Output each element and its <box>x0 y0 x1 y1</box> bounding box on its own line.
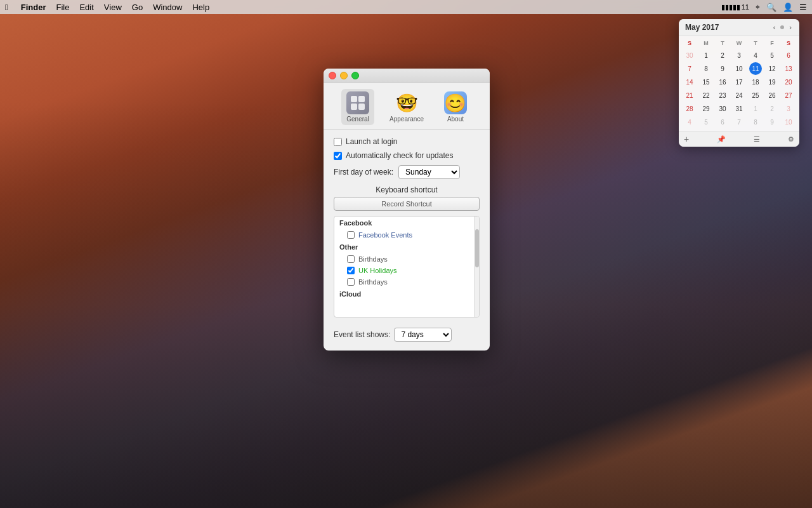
uk-holidays-checkbox[interactable] <box>347 267 355 274</box>
calendar-day-10[interactable]: 10 <box>733 62 745 75</box>
calendar-day-19[interactable]: 19 <box>766 76 778 88</box>
calendar-day-3[interactable]: 3 <box>733 49 745 62</box>
auto-check-updates-checkbox[interactable] <box>334 152 342 160</box>
window-maximize-button[interactable] <box>351 72 359 79</box>
birthdays-1-checkbox[interactable] <box>347 255 355 263</box>
calendar-today-dot[interactable] <box>780 25 784 29</box>
tab-general[interactable]: General <box>341 89 374 125</box>
calendar-day-14[interactable]: 14 <box>683 76 696 88</box>
calendar-day-10[interactable]: 10 <box>782 116 795 128</box>
tab-about-label: About <box>447 116 464 123</box>
svg-rect-2 <box>351 104 357 110</box>
calendar-day-9[interactable]: 9 <box>716 62 729 75</box>
calendar-day-8[interactable]: 8 <box>700 62 712 75</box>
calendar-day-31[interactable]: 31 <box>733 102 745 115</box>
keyboard-shortcut-section: Keyboard shortcut Record Shortcut <box>334 185 480 211</box>
menubar-file[interactable]: File <box>56 3 69 12</box>
calendar-day-22[interactable]: 22 <box>700 89 712 102</box>
calendar-day-9[interactable]: 9 <box>766 116 778 128</box>
first-day-label: First day of week: <box>334 168 393 177</box>
calendar-day-2[interactable]: 2 <box>716 49 729 62</box>
calendar-day-2[interactable]: 2 <box>766 102 778 115</box>
calendar-day-27[interactable]: 27 <box>782 89 795 102</box>
calendar-day-6[interactable]: 6 <box>716 116 729 128</box>
calendar-day-4[interactable]: 4 <box>749 49 762 62</box>
calendar-day-6[interactable]: 6 <box>782 49 795 62</box>
calendar-list-button[interactable]: ☰ <box>754 135 760 144</box>
calendar-day-headers: S M T W T F S <box>681 39 797 48</box>
calendar-day-18[interactable]: 18 <box>749 76 762 88</box>
calendar-day-1[interactable]: 1 <box>700 49 712 62</box>
calendar-list[interactable]: Facebook Facebook Events Other Birthdays… <box>334 216 480 318</box>
calendar-day-8[interactable]: 8 <box>749 116 762 128</box>
icloud-group-header: iCloud <box>334 288 479 300</box>
menubar-view[interactable]: View <box>104 3 122 12</box>
birthdays-2-checkbox[interactable] <box>347 278 355 286</box>
menubar-finder[interactable]: Finder <box>21 3 46 12</box>
calendar-day-30[interactable]: 30 <box>716 102 729 115</box>
menubar-go[interactable]: Go <box>132 3 143 12</box>
calendar-pin-button[interactable]: 📌 <box>717 135 726 144</box>
calendar-day-1[interactable]: 1 <box>749 102 762 115</box>
calendar-day-3[interactable]: 3 <box>782 102 795 115</box>
list-item-uk-holidays[interactable]: UK Holidays <box>334 265 479 276</box>
list-item-birthdays-1[interactable]: Birthdays <box>334 253 479 265</box>
calendar-day-13[interactable]: 13 <box>782 62 795 75</box>
calendar-day-30[interactable]: 30 <box>683 49 696 62</box>
calendar-day-5[interactable]: 5 <box>700 116 712 128</box>
search-icon[interactable]: 🔍 <box>766 3 776 12</box>
user-avatar[interactable]: 👤 <box>783 3 793 12</box>
wifi-icon[interactable]: ⌖ <box>756 3 760 11</box>
calendar-day-26[interactable]: 26 <box>766 89 778 102</box>
calendar-day-23[interactable]: 23 <box>716 89 729 102</box>
calendar-grid: S M T W T F S 30123456789101112131415161… <box>679 36 799 131</box>
cal-header-wed: W <box>731 39 747 48</box>
apple-menu[interactable]:  <box>5 3 8 12</box>
battery-indicator: ▮▮▮▮▮ 11 <box>721 3 749 11</box>
calendar-day-7[interactable]: 7 <box>733 116 745 128</box>
scrollbar-track[interactable] <box>474 217 479 317</box>
scrollbar-thumb[interactable] <box>475 229 479 267</box>
calendar-day-12[interactable]: 12 <box>766 62 778 75</box>
calendar-prev-button[interactable]: ‹ <box>772 23 777 31</box>
auto-update-row: Automatically check for updates <box>334 151 480 160</box>
menubar-edit[interactable]: Edit <box>79 3 93 12</box>
calendar-day-29[interactable]: 29 <box>700 102 712 115</box>
menubar-window[interactable]: Window <box>153 3 182 12</box>
auto-check-updates-label: Automatically check for updates <box>346 151 453 160</box>
calendar-day-16[interactable]: 16 <box>716 76 729 88</box>
preferences-window: General 🤓 Appearance 😊 About Launch at l… <box>324 69 490 351</box>
calendar-day-20[interactable]: 20 <box>782 76 795 88</box>
first-day-select[interactable]: Sunday Monday Saturday <box>398 165 460 179</box>
list-item-facebook-events[interactable]: Facebook Events <box>334 229 479 241</box>
list-item-birthdays-2[interactable]: Birthdays <box>334 276 479 288</box>
tab-appearance[interactable]: 🤓 Appearance <box>384 89 429 125</box>
calendar-day-4[interactable]: 4 <box>683 116 696 128</box>
calendar-day-25[interactable]: 25 <box>749 89 762 102</box>
event-list-select[interactable]: 1 day 3 days 7 days 14 days 30 days <box>394 328 452 342</box>
calendar-day-28[interactable]: 28 <box>683 102 696 115</box>
calendar-day-15[interactable]: 15 <box>700 76 712 88</box>
window-minimize-button[interactable] <box>340 72 348 79</box>
facebook-events-checkbox[interactable] <box>347 231 355 239</box>
cal-header-tue: T <box>714 39 731 48</box>
launch-at-login-checkbox[interactable] <box>334 138 342 146</box>
control-center-icon[interactable]: ☰ <box>799 3 807 12</box>
record-shortcut-button[interactable]: Record Shortcut <box>334 197 480 211</box>
calendar-day-11[interactable]: 11 <box>749 62 762 75</box>
calendar-day-7[interactable]: 7 <box>683 62 696 75</box>
calendar-next-button[interactable]: › <box>788 23 793 31</box>
calendar-settings-button[interactable]: ⚙ <box>788 135 794 144</box>
menubar-help[interactable]: Help <box>192 3 209 12</box>
tab-about[interactable]: 😊 About <box>439 89 472 125</box>
cal-header-mon: M <box>698 39 714 48</box>
window-close-button[interactable] <box>329 72 336 79</box>
facebook-events-label: Facebook Events <box>358 231 412 239</box>
calendar-day-24[interactable]: 24 <box>733 89 745 102</box>
calendar-add-button[interactable]: + <box>684 134 689 144</box>
calendar-day-17[interactable]: 17 <box>733 76 745 88</box>
calendar-day-21[interactable]: 21 <box>683 89 696 102</box>
other-group-header: Other <box>334 241 479 253</box>
cal-header-thu: T <box>747 39 764 48</box>
calendar-day-5[interactable]: 5 <box>766 49 778 62</box>
